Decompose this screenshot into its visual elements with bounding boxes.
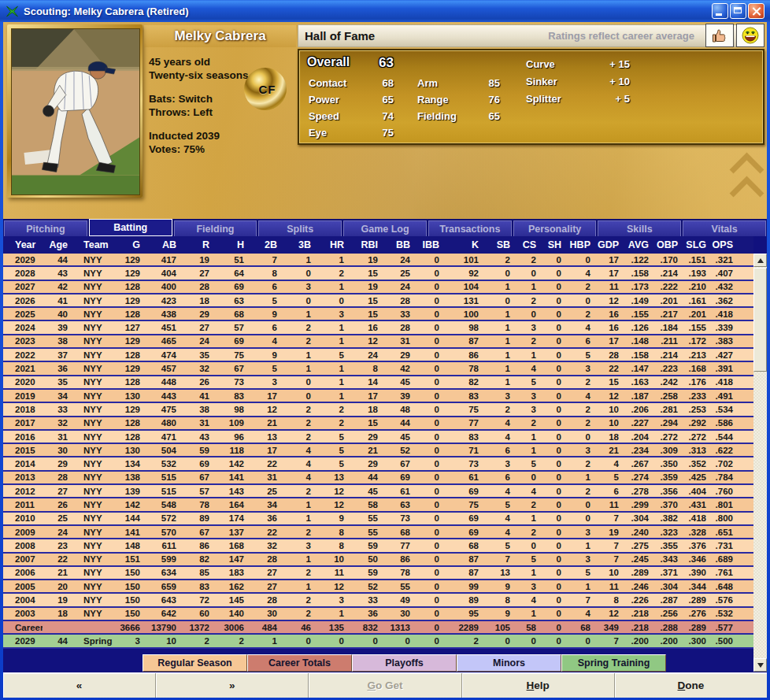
cell: NYY (72, 309, 113, 319)
cell: 1 (249, 636, 282, 646)
tab-personality[interactable]: Personality (513, 220, 597, 236)
column-header: R (181, 239, 214, 250)
cell: .346 (683, 554, 711, 564)
cell: 29 (349, 432, 383, 442)
cell: 11 (595, 282, 624, 291)
cell: 77 (444, 418, 483, 428)
cell: 25 (43, 513, 72, 523)
tab-vitals[interactable]: Vitals (683, 220, 766, 236)
cell: 40 (43, 309, 72, 319)
filter-career-totals[interactable]: Career Totals (247, 654, 352, 672)
cell: 52 (383, 446, 415, 455)
cell: 86 (383, 554, 415, 564)
cell: 7 (595, 541, 624, 550)
cell: 5 (595, 472, 624, 482)
cell: 147 (214, 554, 249, 564)
cell: .267 (624, 459, 653, 469)
cell: 34 (249, 500, 282, 509)
tab-skills[interactable]: Skills (598, 220, 681, 236)
prev-player-button[interactable]: « (3, 673, 156, 698)
cell: 1 (515, 609, 541, 618)
cell: 15 (349, 269, 383, 278)
cell: 0 (415, 568, 444, 577)
cell: 0 (349, 636, 383, 646)
minimize-button[interactable] (712, 3, 728, 19)
filter-regular-season[interactable]: Regular Season (143, 654, 247, 672)
cell: 2 (282, 418, 316, 428)
tab-batting[interactable]: Batting (89, 219, 172, 236)
season-row: 202742NYY128400286963119240104110211.173… (3, 281, 753, 294)
rating-label: Arm (417, 77, 438, 89)
next-player-button[interactable]: » (156, 673, 309, 698)
column-header: G (113, 239, 145, 250)
cell: 8 (316, 541, 349, 550)
cell: 135 (316, 623, 349, 632)
scroll-thumb[interactable] (753, 268, 767, 372)
cell: .211 (653, 336, 683, 346)
scroll-up-button[interactable] (753, 254, 767, 267)
tab-splits[interactable]: Splits (258, 220, 342, 236)
thumbs-up-icon[interactable] (705, 24, 734, 47)
done-button[interactable]: Done (615, 673, 767, 698)
cell: 4 (282, 446, 316, 455)
scout-opinion-icons (705, 24, 764, 47)
cell: 4 (483, 528, 515, 537)
cell: 37 (43, 350, 72, 360)
tab-transactions[interactable]: Transactions (428, 220, 512, 236)
cell: 128 (113, 350, 145, 360)
cell: .126 (624, 323, 653, 332)
cell: 9 (249, 309, 282, 319)
cell: 5 (316, 446, 349, 455)
cell: .149 (624, 296, 653, 306)
cell: 0 (415, 541, 444, 550)
cell: 451 (145, 323, 181, 332)
cell: 1 (515, 568, 541, 577)
cell: 78 (181, 500, 214, 509)
info-line: Votes: 75% (149, 143, 249, 156)
close-button[interactable] (748, 3, 764, 19)
season-row: 202338NYY12946524694211231087120617.148.… (3, 335, 753, 349)
cell: 19 (43, 595, 72, 605)
cell: 1313 (383, 623, 415, 632)
cell: 18 (43, 609, 72, 618)
tab-game-log[interactable]: Game Log (343, 220, 427, 236)
cell: 3 (282, 282, 316, 291)
maximize-button[interactable] (730, 3, 746, 19)
cell: 6 (249, 323, 282, 332)
cell: 0 (541, 309, 566, 319)
season-row: 201934NYY130443418317011739083330412.187… (3, 390, 753, 403)
tab-pitching[interactable]: Pitching (4, 220, 87, 236)
cell: 129 (113, 364, 145, 373)
cell: 659 (145, 582, 181, 591)
cell: 15 (349, 309, 383, 319)
cell: 109 (214, 418, 249, 428)
cell: 16 (349, 323, 383, 332)
help-button[interactable]: Help (462, 673, 615, 698)
ratings-box: Overall63Contact68Power65Speed74Eye75Arm… (298, 49, 764, 145)
cell: 8 (595, 595, 624, 605)
cell: 0 (541, 636, 566, 646)
cell: 0 (541, 418, 566, 428)
cell: 69 (214, 282, 249, 291)
cell: 349 (595, 623, 624, 632)
cell: .534 (711, 405, 753, 414)
cell: .407 (711, 269, 753, 278)
cell: 1 (282, 513, 316, 523)
table-scrollbar[interactable] (753, 254, 767, 672)
smiley-icon[interactable] (736, 24, 764, 47)
filter-spring-training[interactable]: Spring Training (561, 654, 666, 672)
rating-label: Power (309, 94, 339, 106)
filter-playoffs[interactable]: Playoffs (352, 654, 457, 672)
cell: 87 (444, 336, 483, 346)
tab-fielding[interactable]: Fielding (174, 220, 257, 236)
cell: .272 (653, 432, 683, 442)
cell: 548 (145, 500, 181, 509)
cell: 28 (249, 554, 282, 564)
cell: 4 (595, 459, 624, 469)
cell: .176 (683, 377, 711, 387)
cell: 150 (113, 582, 145, 591)
season-row: 202944NYY129417195171119240101220017.122… (3, 254, 753, 267)
cell: 138 (113, 472, 145, 482)
filter-minors[interactable]: Minors (457, 654, 561, 672)
cell: 1 (316, 336, 349, 346)
